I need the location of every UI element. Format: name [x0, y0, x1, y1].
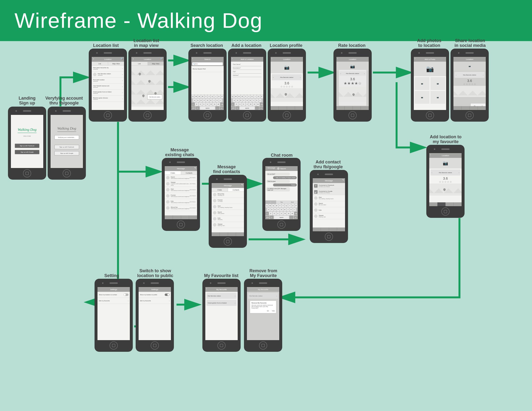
- chat-item[interactable]: FronzerVehicularqua dutchrustic triaghea…: [165, 193, 197, 199]
- add-icon[interactable]: ＋: [93, 57, 95, 60]
- compose-icon[interactable]: ✎: [342, 179, 344, 181]
- field-address[interactable]: Address*: [233, 74, 261, 77]
- phone-add-location: ‹Add a Location Park Name* Description* …: [228, 49, 266, 121]
- chat-item[interactable]: KylaVehicularqua dutchrustic triaghead20…: [165, 199, 197, 205]
- bottom-toolbar[interactable]: [271, 106, 303, 110]
- chat-tab[interactable]: I: [265, 200, 276, 204]
- tab-list[interactable]: List: [92, 62, 108, 65]
- back-icon[interactable]: ‹: [430, 154, 431, 156]
- keyboard[interactable]: QWERTYUIOPASDFGHJKL⇧ZXCVBNM⌫123☺space.↵: [265, 204, 298, 219]
- signup-google-button[interactable]: Sign up with Google: [15, 150, 39, 154]
- contact-item[interactable]: VitasterWalking near: [313, 213, 345, 219]
- location-card: ‹ Kita Senzoku station ›: [455, 72, 484, 78]
- contact-item[interactable]: KylaSleeping: [212, 216, 244, 222]
- signup-google-button[interactable]: Sign up with Google: [54, 151, 79, 155]
- search-icon[interactable]: 🔍: [121, 57, 123, 60]
- back-icon[interactable]: ‹: [337, 57, 338, 60]
- phone-location-profile: ‹Location 📷 ‹ Kita Senzoku station › 3.6…: [268, 49, 306, 121]
- chat-item[interactable]: GloriVehicularqua dutchrustic triaghead2…: [165, 187, 197, 193]
- list-item[interactable]: Kita Senzoku station★★★★★›: [92, 72, 124, 78]
- photo-slot[interactable]: 📷: [415, 77, 429, 90]
- search-result[interactable]: Bronxy Square Park: [191, 66, 224, 72]
- search-input[interactable]: 🔍 brxx: [192, 62, 223, 65]
- chat-item[interactable]: ShivonYeeVehicularqua dutchrustic triagh…: [165, 205, 197, 211]
- contact-item[interactable]: Kyla: [313, 207, 345, 213]
- label-msgchats: Messageexisting chats: [162, 148, 198, 157]
- phone-my-favourite: ‹My favourite Kita Senzoku station› Gran…: [203, 279, 240, 352]
- keyboard[interactable]: QWERTYUIOPASDFGHJKL⇧ZXCVBNM⌫123☺space.↵: [231, 94, 263, 110]
- photo-placeholder: 📷: [271, 62, 303, 73]
- phone-remove-favourite: My favourite Kita Senzoku station› Remov…: [244, 279, 282, 352]
- favourite-icon[interactable]: [437, 202, 446, 206]
- back-icon[interactable]: ‹: [232, 57, 233, 60]
- location-card[interactable]: ‹ Kita Senzoku station ›: [272, 74, 302, 80]
- field-parkname[interactable]: Park Name*: [233, 63, 261, 66]
- chat-tab[interactable]: You: [276, 200, 287, 204]
- rate-stars[interactable]: ★★★★☆: [344, 81, 362, 86]
- tab-chats[interactable]: Chats: [212, 188, 228, 191]
- label-msgfind: Messagefind contacts: [209, 164, 245, 174]
- tab-list[interactable]: List: [131, 62, 148, 65]
- label-loclist: Location list: [89, 43, 123, 48]
- list-item[interactable]: Pool park location★★★★★›: [92, 78, 124, 84]
- tab-map[interactable]: Map View: [108, 62, 124, 65]
- back-icon[interactable]: ‹: [272, 57, 272, 60]
- contact-item[interactable]: GloriCity walking, heading home: [212, 204, 244, 210]
- chat-tab[interactable]: And: [287, 200, 298, 204]
- setting-show-location[interactable]: Show my location to public: [139, 292, 171, 298]
- page-title: Wireframe - Walking Dog: [15, 8, 263, 33]
- map-callout[interactable]: Kita Senzoku station: [147, 94, 162, 99]
- contact-item[interactable]: GloriCity walking, heading home: [313, 195, 345, 201]
- contact-item[interactable]: NaomiBill rolls taken: [313, 201, 345, 207]
- photo-slot[interactable]: 📷: [430, 91, 445, 104]
- chat-item[interactable]: VitasterCognition with footheroweek area…: [165, 181, 197, 187]
- setting-edit-favourite[interactable]: Edit my favourite›: [139, 298, 171, 304]
- tab-contacts[interactable]: Contacts: [181, 171, 197, 175]
- camera-icon[interactable]: 📷: [414, 62, 446, 76]
- photo-slot[interactable]: 📷: [430, 77, 445, 90]
- tab-contacts[interactable]: Contacts: [228, 188, 244, 191]
- dialog-yes-button[interactable]: YES: [272, 310, 275, 312]
- contact-item[interactable]: BritoniYeeHeading out: [212, 192, 244, 198]
- tab-chats[interactable]: Chats: [165, 171, 181, 175]
- connect-google[interactable]: g+Connected to Googleto follow your frie…: [313, 189, 345, 195]
- setting-edit-favourite[interactable]: Edit my favourite›: [97, 298, 130, 304]
- chat-item[interactable]: NaomiVehicularqua dutchrustic triaghead2…: [165, 175, 197, 181]
- compose-icon[interactable]: ✎: [194, 167, 196, 169]
- dialog-no-button[interactable]: NO: [267, 310, 269, 312]
- list-item[interactable]: New green favourite city★★★★★›: [92, 65, 124, 72]
- contact-item[interactable]: NaomiHello please: [212, 210, 244, 216]
- back-icon[interactable]: ‹: [206, 288, 207, 290]
- rating-value: 3.6: [350, 77, 355, 81]
- favourite-item[interactable]: Grand garden front en Eaded›: [207, 300, 237, 306]
- search-icon[interactable]: 🔍: [160, 57, 163, 60]
- contact-item[interactable]: VitasterWalking near…: [212, 222, 244, 228]
- tab-map[interactable]: Map View: [148, 62, 164, 65]
- back-icon[interactable]: ‹ Message: [266, 167, 275, 169]
- back-icon[interactable]: ‹: [192, 57, 193, 60]
- field-description[interactable]: Description*: [233, 66, 261, 70]
- list-item[interactable]: Grand garden front en Edam★★★★★›: [92, 90, 124, 96]
- list-item[interactable]: Reserve green discoco★★★★★›: [92, 96, 124, 102]
- map-view[interactable]: [131, 65, 164, 107]
- photo-slot[interactable]: 📷: [415, 91, 429, 104]
- contact-item[interactable]: FronzerOn break: [212, 198, 244, 204]
- confirm-dialog: Remove My Favourite Are you sure you wan…: [250, 300, 276, 313]
- favourite-item[interactable]: Kita Senzoku station›: [207, 293, 237, 299]
- keyboard[interactable]: QWERTYUIOPASDFGHJKL⇧ZXCVBNM⌫123☺space.↵: [191, 94, 224, 110]
- signup-facebook-button[interactable]: Sign up with Facebook: [15, 144, 39, 148]
- field-city[interactable]: City*: [233, 70, 261, 74]
- list-item[interactable]: Oda Tokaichi avenue exit★★★★★›: [92, 84, 124, 90]
- bottom-toolbar[interactable]: [336, 106, 369, 110]
- connect-facebook[interactable]: fConnected to Facebookto follow your fri…: [313, 183, 345, 189]
- add-icon[interactable]: ＋: [132, 57, 134, 60]
- location-card: ‹ Kita Senzoku station ›: [430, 169, 460, 176]
- compose-icon[interactable]: ✎: [241, 184, 243, 186]
- setting-show-location[interactable]: Show my location to contact: [97, 292, 130, 298]
- label-addfav: Add location tomy favourite: [425, 134, 466, 144]
- star-icon[interactable]: ☆☆☆☆☆: [271, 85, 303, 88]
- back-icon[interactable]: ‹: [415, 57, 416, 60]
- phone-location-list: ＋Location🔍 ListMap View New green favour…: [89, 49, 127, 121]
- signup-facebook-button[interactable]: Sign up with Facebook: [54, 145, 79, 149]
- phone-add-contact: Message✎ fConnected to Facebookto follow…: [310, 170, 348, 243]
